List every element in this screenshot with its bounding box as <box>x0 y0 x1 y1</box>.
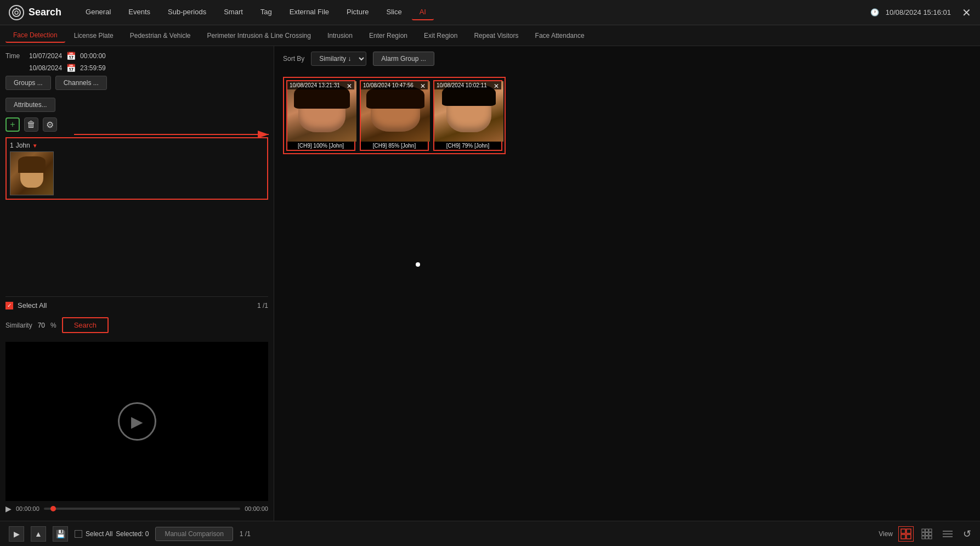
card-close-1[interactable]: ✕ <box>347 82 352 90</box>
sort-select[interactable]: Similarity ↓ <box>311 52 366 66</box>
card-timestamp-3: 10/08/2024 10:02:11 ✕ <box>434 81 501 89</box>
svg-rect-15 <box>922 536 925 539</box>
tab-exit-region[interactable]: Exit Region <box>416 29 465 42</box>
result-card-2[interactable]: 10/08/2024 10:47:56 ✕ [CH9] 85% [John] <box>360 80 429 151</box>
nav-tag[interactable]: Tag <box>253 4 280 20</box>
refresh-button[interactable]: ↺ <box>963 528 971 540</box>
svg-rect-5 <box>901 529 905 533</box>
video-controls: ▶ 00:00:00 00:00:00 <box>5 501 268 515</box>
alarm-group-button[interactable]: Alarm Group ... <box>373 52 434 66</box>
face-dropdown-icon[interactable]: ▼ <box>32 143 38 149</box>
bottom-save-button[interactable]: 💾 <box>53 526 68 542</box>
card-close-3[interactable]: ✕ <box>494 82 499 90</box>
time-start-display: 00:00:00 <box>16 505 39 512</box>
top-nav: General Events Sub-periods Smart Tag Ext… <box>78 4 870 20</box>
svg-rect-16 <box>926 536 928 539</box>
card-timestamp-2: 10/08/2024 10:47:56 ✕ <box>361 81 428 89</box>
main-layout: Time 10/07/2024 📅 00:00:00 10/08/2024 📅 … <box>0 46 980 521</box>
calendar-start-icon[interactable]: 📅 <box>66 52 76 60</box>
time-end: 23:59:59 <box>80 64 106 72</box>
similarity-row: Similarity 70 % Search <box>5 314 268 336</box>
svg-rect-9 <box>922 529 925 532</box>
svg-rect-7 <box>901 534 905 539</box>
time-end-display: 00:00:00 <box>245 505 268 512</box>
play-button[interactable]: ▶ <box>118 402 156 441</box>
card-close-2[interactable]: ✕ <box>420 82 426 90</box>
tab-perimeter[interactable]: Perimeter Intrusion & Line Crossing <box>200 29 319 42</box>
tab-repeat-visitors[interactable]: Repeat Visitors <box>466 29 526 42</box>
svg-rect-8 <box>907 534 911 539</box>
groups-button[interactable]: Groups ... <box>5 76 51 90</box>
nav-subperiods[interactable]: Sub-periods <box>160 4 214 20</box>
similarity-label: Similarity <box>5 322 32 329</box>
tab-intrusion[interactable]: Intrusion <box>320 29 360 42</box>
bottom-play-button[interactable]: ▶ <box>9 526 24 542</box>
face-render-2 <box>361 81 430 142</box>
page-current: 1 <box>257 302 261 309</box>
play-small-button[interactable]: ▶ <box>5 504 12 513</box>
search-button[interactable]: Search <box>62 317 109 333</box>
face-list-item[interactable]: 1 John ▼ <box>5 137 268 200</box>
tab-license-plate[interactable]: License Plate <box>66 29 121 42</box>
top-right: 🕐 10/08/2024 15:16:01 ✕ <box>870 6 971 19</box>
result-card-3[interactable]: 10/08/2024 10:02:11 ✕ [CH9] 79% [John] <box>433 80 502 151</box>
face-render-1 <box>287 81 356 142</box>
select-all-row: Select All 1 /1 <box>5 296 268 314</box>
groups-channels-row: Groups ... Channels ... <box>5 76 268 90</box>
nav-ai[interactable]: AI <box>412 4 434 20</box>
close-button[interactable]: ✕ <box>962 6 971 19</box>
nav-externalfile[interactable]: External File <box>282 4 337 20</box>
time-start: 00:00:00 <box>80 52 106 60</box>
sort-row: Sort By Similarity ↓ Alarm Group ... <box>274 46 980 71</box>
bottom-select-all-checkbox[interactable] <box>75 530 82 538</box>
bottom-bar: ▶ ▲ 💾 Select All Selected: 0 Manual Comp… <box>0 521 980 546</box>
svg-rect-14 <box>929 532 932 535</box>
tab-pedestrian-vehicle[interactable]: Pedestrian & Vehicle <box>122 29 199 42</box>
nav-picture[interactable]: Picture <box>339 4 376 20</box>
add-icon: + <box>10 120 15 130</box>
view-grid-9-button[interactable] <box>919 526 934 542</box>
svg-point-0 <box>13 9 20 16</box>
timeline[interactable] <box>44 508 240 510</box>
settings-button[interactable]: ⚙ <box>43 117 57 132</box>
tab-face-detection[interactable]: Face Detection <box>5 29 65 43</box>
face-thumbnail <box>10 151 54 195</box>
sort-by-label: Sort By <box>283 55 304 63</box>
face-item-header: 1 John ▼ <box>10 142 264 149</box>
card-label-3: [CH9] 79% [John] <box>434 142 501 150</box>
top-header: Search General Events Sub-periods Smart … <box>0 0 980 25</box>
nav-slice[interactable]: Slice <box>379 4 410 20</box>
calendar-end-icon[interactable]: 📅 <box>66 64 76 72</box>
tab-enter-region[interactable]: Enter Region <box>361 29 415 42</box>
face-name: John <box>16 142 30 149</box>
attributes-button[interactable]: Attributes... <box>5 98 55 112</box>
card-label-1: [CH9] 100% [John] <box>287 142 354 150</box>
svg-rect-13 <box>926 532 928 535</box>
delete-face-button[interactable]: 🗑 <box>24 117 38 132</box>
select-all-checkbox[interactable] <box>5 302 13 309</box>
page-total: /1 <box>263 302 268 309</box>
tab-face-attendance[interactable]: Face Attendance <box>528 29 592 42</box>
nav-general[interactable]: General <box>78 4 118 20</box>
result-card-1[interactable]: 10/08/2024 13:21:31 ✕ [CH9] 100% [John] <box>286 80 355 151</box>
similarity-value: 70 <box>38 322 45 329</box>
nav-events[interactable]: Events <box>121 4 158 20</box>
timeline-cursor <box>50 506 56 511</box>
manual-comparison-button[interactable]: Manual Comparison <box>155 527 233 541</box>
view-list-button[interactable] <box>940 526 955 542</box>
face-number: 1 <box>10 142 14 149</box>
attributes-row: Attributes... <box>5 98 268 112</box>
date-start: 10/07/2024 <box>29 52 62 60</box>
view-label: View <box>879 530 893 538</box>
time-label: Time <box>5 52 25 60</box>
view-grid-4-button[interactable] <box>898 526 914 542</box>
bottom-select-all-label: Select All <box>86 530 112 538</box>
svg-rect-17 <box>929 536 932 539</box>
add-face-button[interactable]: + <box>5 117 20 132</box>
card-image-1 <box>287 81 356 142</box>
bottom-up-button[interactable]: ▲ <box>31 526 46 542</box>
nav-smart[interactable]: Smart <box>216 4 251 20</box>
channels-button[interactable]: Channels ... <box>55 76 107 90</box>
app-title: Search <box>29 7 61 18</box>
svg-rect-12 <box>922 532 925 535</box>
